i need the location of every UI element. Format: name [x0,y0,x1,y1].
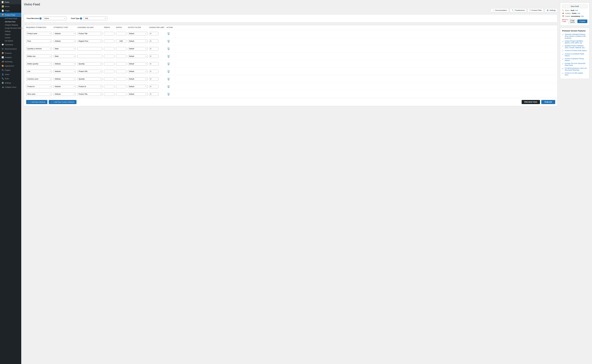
required-attr-select-4[interactable]: Bottles sizeProduct name [26,55,52,58]
sidebar-item-comments[interactable]: 💬 Comments [0,42,21,47]
feed-type-select[interactable]: XML CSV TSV [83,17,107,20]
assigned-value-select-1[interactable]: Product TitleRegular PriceQuantityProduc… [78,32,102,35]
premium-feature-link-1[interactable]: Generate Unlimited Products (Free versio… [565,33,587,39]
save-draft-button[interactable]: Save Draft [562,4,587,8]
assigned-value-select-2[interactable]: Product TitleRegular PriceQuantityProduc… [78,39,102,43]
delete-button-8[interactable]: 🗑️ [166,84,171,89]
prefix-input-6[interactable] [104,70,114,73]
delete-button-9[interactable]: 🗑️ [166,92,171,96]
sidebar-item-analytics[interactable]: 📊 Analytics [0,55,21,59]
premium-feature-link-5[interactable]: Access to Combined Fields feature [565,53,587,57]
attr-type-select-2[interactable]: AttributeStaticDynamic [53,39,76,43]
output-filter-select-4[interactable]: DefaultStrip Tags [128,55,148,58]
required-attr-select-3[interactable]: Quantity is minimumProduct namePrice [26,47,52,51]
merchant-select[interactable]: Vivino Google Shopping Facebook Amazon [43,17,67,20]
char-limit-input-2[interactable] [149,39,158,43]
premium-feature-link-3[interactable]: Detailed Product Attributes (Size, Gende… [565,45,587,49]
visibility-edit-link[interactable]: Edit [577,13,580,14]
preview-feed-button[interactable]: PREVIEW FEED [522,100,540,104]
assigned-value-select-8[interactable]: Product TitleRegular PriceQuantityProduc… [78,85,102,88]
sidebar-item-woocommerce[interactable]: 🛒 WooCommerce [0,47,21,51]
assigned-value-select-9[interactable]: Product TitleRegular PriceQuantity [78,92,102,96]
sidebar-item-pages[interactable]: 📄 Pages [0,8,21,13]
suffix-input-4[interactable] [116,55,126,58]
sidebar-item-marketing[interactable]: 📣 Marketing [0,59,21,64]
prefix-input-9[interactable] [104,92,114,96]
output-filter-select-3[interactable]: DefaultStrip Tags [128,47,148,51]
attr-type-select-5[interactable]: AttributeStaticDynamic [53,62,76,65]
sidebar-item-collapse[interactable]: ◀ Collapse menu [0,85,21,89]
premium-feature-link-2[interactable]: Unique Product Identifiers (Brand, GTIN,… [565,40,587,44]
attr-type-select-1[interactable]: AttributeStaticDynamic [53,32,76,35]
suffix-input-5[interactable] [116,62,126,65]
delete-button-1[interactable]: 🗑️ [166,32,171,36]
delete-button-6[interactable]: 🗑️ [166,69,171,73]
settings-button[interactable]: ⚙️ Settings [545,8,558,12]
char-limit-input-3[interactable] [149,47,158,51]
premium-feature-link-8[interactable]: Fix WooCommerce's (Json-Ld) Structured D… [565,67,587,71]
char-limit-input-4[interactable] [149,55,158,58]
required-attr-select-9[interactable]: Wine nameProduct name [26,92,52,96]
assigned-value-select-7[interactable]: Product TitleRegular PriceQuantity [78,77,102,81]
sidebar-item-products[interactable]: 📦 Products [0,51,21,55]
sidebar-item-posts[interactable]: 📝 Posts [0,0,21,4]
merchant-help-icon[interactable]: ? [39,17,42,20]
prefix-input-2[interactable] [104,39,114,43]
suffix-input-6[interactable] [116,70,126,73]
sidebar-item-product-feed[interactable]: 📦 Product Feed [0,13,21,17]
char-limit-input-5[interactable] [149,62,158,65]
prefix-input-3[interactable] [104,47,114,51]
prefix-input-7[interactable] [104,77,114,81]
output-filter-select-5[interactable]: Default [128,62,148,65]
premium-feature-link-6[interactable]: Access to Dynamic Pricing feature [565,58,587,61]
sidebar-item-plugins[interactable]: 🔌 Plugins [0,68,21,72]
delete-button-5[interactable]: 🗑️ [166,62,171,66]
delete-button-3[interactable]: 🗑️ [166,47,171,51]
sidebar-item-category-mapping[interactable]: Category Mapping [4,23,21,26]
output-filter-select-8[interactable]: Default [128,85,148,88]
sidebar-item-users[interactable]: 👤 Users [0,72,21,77]
add-new-attribute-button[interactable]: + + Add New Attribute [26,100,47,104]
char-limit-input-9[interactable] [149,92,158,96]
attr-type-select-8[interactable]: AttributeStatic [53,85,76,88]
sidebar-item-media[interactable]: 🖼️ Media [0,4,21,8]
move-to-trash-link[interactable]: Move to Trash [562,19,568,22]
sidebar-item-get-started[interactable]: Get Started [4,39,21,42]
char-limit-input-7[interactable] [149,77,158,81]
output-filter-select-9[interactable]: Default [128,92,148,96]
sidebar-item-license[interactable]: License [4,36,21,39]
status-edit-link[interactable]: Edit [575,10,578,11]
assigned-value-select-6[interactable]: Product TitleRegular PriceQuantityProduc… [78,70,102,73]
suffix-input-2[interactable] [116,39,126,43]
troubleshoot-button[interactable]: 🔧 Troubleshoot [510,8,526,12]
assigned-value-select-5[interactable]: Product TitleRegular PriceQuantity [78,62,102,65]
attr-type-select-7[interactable]: AttributeStatic [53,77,76,81]
required-attr-select-8[interactable]: Product idProduct name [26,85,52,88]
publish-main-button[interactable]: PUBLISH [541,100,555,104]
output-filter-select-2[interactable]: DefaultStrip TagsUppercase [128,39,148,43]
delete-button-2[interactable]: 🗑️ [166,39,171,43]
char-limit-input-6[interactable] [149,70,158,73]
required-attr-select-6[interactable]: LinkProduct name [26,70,52,73]
publish-rs-button[interactable]: Publish [577,20,587,23]
suffix-input-1[interactable] [116,32,126,35]
suffix-input-9[interactable] [116,92,126,96]
required-attr-select-7[interactable]: Inventory countProduct name [26,77,52,81]
required-attr-select-2[interactable]: PriceProduct nameLink [26,39,52,43]
attr-type-select-4[interactable]: AttributeStaticDynamic [53,55,76,58]
suffix-input-3[interactable] [116,47,126,51]
sidebar-item-tools[interactable]: 🔧 Tools [0,77,21,81]
documentation-button[interactable]: 📄 Documentation [491,8,509,12]
sidebar-item-all-feeds[interactable]: All Product Feeds [4,17,21,20]
premium-feature-link-7[interactable]: Exclude Tax From Structured Data Prices [565,63,587,66]
output-filter-select-6[interactable]: Default [128,70,148,73]
sidebar-item-settings[interactable]: Settings [4,30,21,33]
purge-cache-button[interactable]: Purge Cache [568,19,576,24]
premium-feature-link-4[interactable]: Access to Product Rule feature [565,50,587,52]
sidebar-item-add-new[interactable]: Add New Feed [4,20,21,23]
product-filter-button[interactable]: ▽ Product Filter [528,8,544,12]
attr-type-select-6[interactable]: AttributeStaticDynamic [53,70,76,73]
suffix-input-8[interactable] [116,85,126,88]
assigned-value-input-3[interactable] [78,47,102,51]
assigned-value-input-4[interactable] [78,55,102,58]
